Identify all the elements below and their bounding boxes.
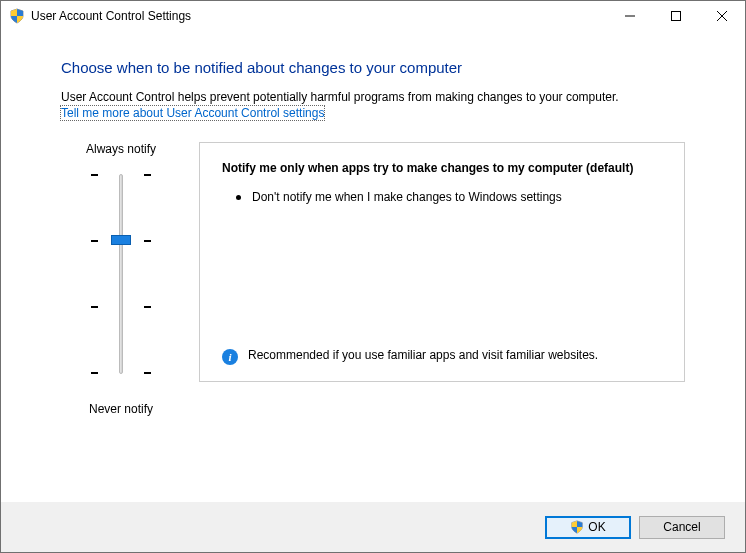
maximize-button[interactable] bbox=[653, 1, 699, 31]
slider-tick bbox=[91, 174, 151, 176]
uac-slider[interactable] bbox=[91, 174, 151, 374]
panel-footer: i Recommended if you use familiar apps a… bbox=[222, 348, 662, 365]
ok-button[interactable]: OK bbox=[545, 516, 631, 539]
button-row: OK Cancel bbox=[1, 502, 745, 552]
ok-button-label: OK bbox=[588, 520, 605, 534]
uac-shield-icon bbox=[570, 520, 584, 534]
info-icon: i bbox=[222, 349, 238, 365]
panel-footer-text: Recommended if you use familiar apps and… bbox=[248, 348, 598, 362]
page-description: User Account Control helps prevent poten… bbox=[61, 90, 685, 104]
slider-column: Always notify Never notify bbox=[61, 142, 181, 416]
content-area: Choose when to be notified about changes… bbox=[1, 31, 745, 502]
minimize-button[interactable] bbox=[607, 1, 653, 31]
titlebar: User Account Control Settings bbox=[1, 1, 745, 31]
panel-list-item: Don't notify me when I make changes to W… bbox=[230, 189, 662, 206]
page-heading: Choose when to be notified about changes… bbox=[61, 59, 685, 76]
slider-tick bbox=[91, 306, 151, 308]
slider-top-label: Always notify bbox=[86, 142, 156, 156]
cancel-button[interactable]: Cancel bbox=[639, 516, 725, 539]
slider-thumb[interactable] bbox=[111, 235, 131, 245]
slider-tick bbox=[91, 372, 151, 374]
close-button[interactable] bbox=[699, 1, 745, 31]
window-title: User Account Control Settings bbox=[31, 9, 191, 23]
svg-rect-1 bbox=[672, 12, 681, 21]
uac-shield-icon bbox=[9, 8, 25, 24]
slider-bottom-label: Never notify bbox=[89, 402, 153, 416]
learn-more-link[interactable]: Tell me more about User Account Control … bbox=[61, 106, 324, 120]
slider-track bbox=[119, 174, 123, 374]
notification-panel: Notify me only when apps try to make cha… bbox=[199, 142, 685, 382]
cancel-button-label: Cancel bbox=[663, 520, 700, 534]
panel-title: Notify me only when apps try to make cha… bbox=[222, 161, 662, 175]
